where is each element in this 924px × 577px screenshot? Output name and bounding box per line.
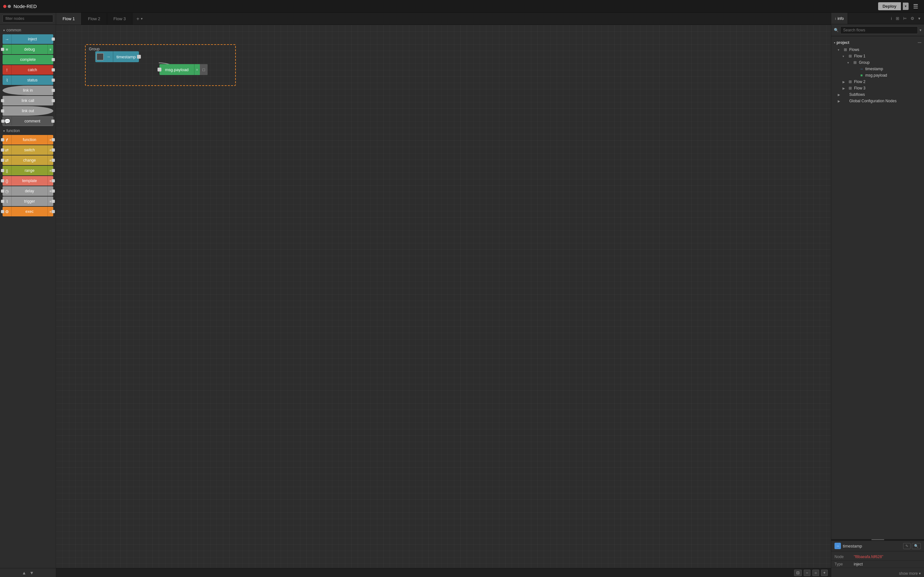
info-label-type: Type	[835, 562, 854, 566]
node-link-call[interactable]: link call	[3, 96, 53, 105]
tree-flow3-icon: ⊞	[848, 86, 853, 90]
search-flows-input[interactable]	[840, 26, 918, 34]
category-function-header[interactable]: ▾ function	[0, 127, 56, 134]
status-port-right	[52, 79, 55, 82]
right-tab-edit-button[interactable]: i	[889, 15, 893, 21]
node-delay[interactable]: ◷ delay ≡	[3, 186, 53, 196]
tab-flow3[interactable]: Flow 3	[107, 13, 132, 25]
category-function-label: function	[6, 129, 20, 133]
tabs-bar: Flow 1 Flow 2 Flow 3 + ▾	[56, 13, 831, 25]
right-tab-info[interactable]: i info	[831, 13, 848, 24]
tree-subflows[interactable]: ▶ Subflows	[831, 91, 924, 98]
sidebar-bottom: ▲ ▼	[0, 568, 56, 577]
comment-label: comment	[12, 119, 53, 123]
sidebar-scroll-down-button[interactable]: ▼	[29, 570, 34, 575]
complete-port-right	[52, 58, 55, 61]
tree-flow2[interactable]: ▶ ⊞ Flow 2	[831, 79, 924, 85]
tree-group[interactable]: ▾ ⊞ Group	[831, 59, 924, 66]
timestamp-checkbox[interactable]	[97, 53, 103, 60]
search-flows-bar: 🔍 ▾	[831, 24, 924, 36]
node-info-title: timestamp	[843, 544, 901, 548]
node-function[interactable]: f function ≡	[3, 135, 53, 145]
node-info-search-button[interactable]: 🔍	[912, 543, 921, 549]
node-list: ▾ common → inject ≡ debug	[0, 25, 56, 568]
right-tab-arrow-button[interactable]: ▾	[917, 15, 922, 21]
node-link-in[interactable]: link in	[3, 85, 53, 95]
deploy-button[interactable]: Deploy	[878, 2, 901, 10]
tree-flows-chevron-icon: ▾	[838, 48, 842, 52]
node-catch[interactable]: ! catch	[3, 65, 53, 75]
function-label: function	[11, 137, 47, 142]
tree-flow3[interactable]: ▶ ⊞ Flow 3	[831, 85, 924, 91]
tab-add-arrow-icon: ▾	[141, 17, 143, 21]
node-link-out[interactable]: link out	[3, 106, 53, 116]
link-call-port-right	[52, 99, 55, 102]
node-trigger[interactable]: ⌇ trigger ≡	[3, 197, 53, 206]
tree-timestamp[interactable]: → timestamp	[831, 66, 924, 72]
node-template[interactable]: {} template ≡	[3, 176, 53, 185]
tab-flow1[interactable]: Flow 1	[56, 13, 81, 25]
tree-project: ▪ project ···	[831, 39, 924, 47]
node-info-type-icon: →	[835, 543, 841, 549]
tree-subflows-chevron-icon: ▶	[838, 93, 842, 97]
tab-flow2[interactable]: Flow 2	[81, 13, 107, 25]
tree-group-label: Group	[859, 60, 869, 65]
node-switch[interactable]: ⇄ switch ≡	[3, 145, 53, 155]
tree-global-config[interactable]: ▶ Global Configuration Nodes	[831, 98, 924, 104]
link-out-label: link out	[3, 109, 53, 113]
tree-flow1[interactable]: ▾ ⊞ Flow 1	[831, 53, 924, 59]
node-debug[interactable]: ≡ debug ≡	[3, 45, 53, 54]
tree-flow1-icon: ⊞	[848, 54, 853, 58]
info-tab-icon: i	[835, 17, 836, 21]
hamburger-menu-button[interactable]: ☰	[911, 2, 921, 11]
show-more-button[interactable]: show more ▾	[831, 570, 924, 577]
debug-port-left	[1, 48, 4, 51]
header: Node-RED Deploy ▾ ☰	[0, 0, 924, 13]
deploy-arrow-button[interactable]: ▾	[903, 3, 909, 10]
change-port-left	[1, 159, 4, 162]
canvas[interactable]: Group → timestamp msg.payload	[56, 25, 831, 568]
filter-nodes-area	[0, 13, 56, 25]
canvas-node-msgpayload[interactable]: msg.payload ≡ □	[160, 64, 208, 75]
chevron-function-icon: ▾	[3, 129, 5, 133]
node-exec[interactable]: ⚙ exec ≡	[3, 207, 53, 216]
delay-label: delay	[11, 189, 47, 193]
tree-project-dots-icon[interactable]: ···	[918, 40, 921, 45]
node-change[interactable]: ⇄ change ≡	[3, 155, 53, 165]
node-info-edit-button[interactable]: ✎	[903, 543, 911, 549]
inject-label: inject	[11, 37, 53, 41]
tab-add-button[interactable]: + ▾	[132, 13, 147, 25]
canvas-zoom-in-button[interactable]: +	[821, 570, 828, 576]
node-complete[interactable]: complete	[3, 55, 53, 64]
info-row-type: Type inject	[831, 561, 924, 568]
node-comment[interactable]: 💬 comment	[3, 116, 53, 126]
canvas-zoom-reset-button[interactable]: ○	[813, 570, 819, 576]
switch-port-left	[1, 148, 4, 152]
category-common: ▾ common → inject ≡ debug	[0, 27, 56, 126]
category-common-header[interactable]: ▾ common	[0, 27, 56, 34]
canvas-fit-button[interactable]: ⊡	[794, 570, 802, 576]
catch-label: catch	[11, 68, 53, 72]
filter-nodes-input[interactable]	[3, 15, 53, 23]
node-range[interactable]: || range ≡	[3, 166, 53, 175]
tree-group-icon: ⊞	[853, 60, 858, 65]
tree-msgpayload[interactable]: ■ msg.payload	[831, 72, 924, 79]
node-status[interactable]: ⌇ status	[3, 75, 53, 85]
canvas-svg	[56, 25, 831, 568]
tree-flows[interactable]: ▾ ⊞ Flows	[831, 47, 924, 53]
link-call-label: link call	[3, 98, 53, 103]
logo-dot-red	[3, 5, 6, 8]
canvas-zoom-out-button[interactable]: −	[804, 570, 811, 576]
catch-port-right	[52, 68, 55, 71]
msgpayload-menu-icon: ≡	[194, 64, 200, 75]
right-tab-view-button[interactable]: ⊞	[894, 15, 901, 21]
canvas-node-timestamp[interactable]: → timestamp	[95, 51, 139, 62]
node-inject[interactable]: → inject	[3, 34, 53, 44]
template-port-right	[52, 179, 55, 182]
sidebar-scroll-up-button[interactable]: ▲	[22, 570, 26, 575]
category-common-label: common	[6, 28, 21, 32]
timestamp-port-right	[137, 55, 141, 59]
link-out-port-left	[1, 109, 4, 113]
right-tab-config-button[interactable]: ⚙	[909, 15, 916, 21]
right-tab-debug-button[interactable]: ⊨	[901, 15, 908, 21]
